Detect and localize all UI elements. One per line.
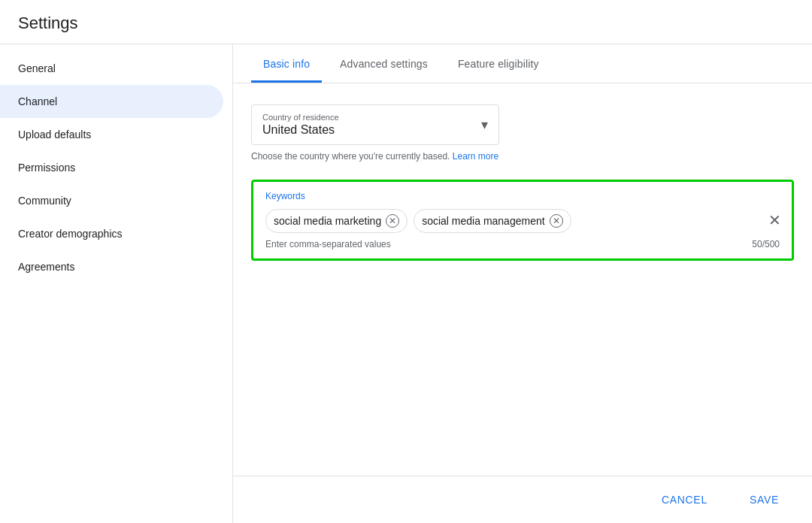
- sidebar-item-channel[interactable]: Channel: [0, 85, 223, 118]
- chip-text: social media management: [422, 215, 544, 227]
- keywords-chips: social media marketing ✕ social media ma…: [265, 209, 780, 233]
- content-body: Country of residence United States ▾ Cho…: [233, 83, 812, 282]
- chip-remove-social-media-marketing[interactable]: ✕: [386, 214, 399, 228]
- tab-feature-eligibility[interactable]: Feature eligibility: [446, 44, 551, 83]
- keywords-section: Keywords social media marketing ✕ social…: [251, 180, 794, 261]
- country-label: Country of residence: [262, 113, 488, 122]
- country-select[interactable]: Country of residence United States ▾: [251, 104, 499, 145]
- sidebar-item-creator-demographics[interactable]: Creator demographics: [0, 217, 223, 250]
- tab-basic-info[interactable]: Basic info: [251, 44, 322, 83]
- action-bar: CANCEL SAVE: [233, 476, 812, 523]
- country-value: United States: [262, 123, 335, 136]
- tab-advanced-settings[interactable]: Advanced settings: [328, 44, 440, 83]
- sidebar-item-agreements[interactable]: Agreements: [0, 250, 223, 283]
- keywords-placeholder: Enter comma-separated values: [265, 239, 391, 249]
- chip-remove-social-media-management[interactable]: ✕: [550, 214, 563, 228]
- content-area: Basic info Advanced settings Feature eli…: [233, 44, 812, 523]
- keywords-clear-icon[interactable]: ✕: [768, 211, 781, 229]
- sidebar: General Channel Upload defaults Permissi…: [0, 44, 233, 523]
- learn-more-link[interactable]: Learn more: [453, 151, 498, 162]
- chip-text: social media marketing: [274, 215, 381, 227]
- page-header: Settings: [0, 0, 812, 44]
- keywords-label: Keywords: [265, 191, 780, 201]
- keywords-char-count: 50/500: [752, 239, 780, 249]
- page-title: Settings: [18, 14, 794, 33]
- save-button[interactable]: SAVE: [735, 487, 794, 512]
- sidebar-item-upload-defaults[interactable]: Upload defaults: [0, 118, 223, 151]
- dropdown-arrow-icon: ▾: [481, 116, 488, 133]
- chip-social-media-management: social media management ✕: [414, 209, 571, 233]
- sidebar-item-permissions[interactable]: Permissions: [0, 151, 223, 184]
- sidebar-item-general[interactable]: General: [0, 52, 223, 85]
- keywords-footer: Enter comma-separated values 50/500: [265, 239, 780, 249]
- main-layout: General Channel Upload defaults Permissi…: [0, 44, 812, 523]
- country-helper-text: Choose the country where you're currentl…: [251, 151, 794, 162]
- sidebar-item-community[interactable]: Community: [0, 184, 223, 217]
- tab-bar: Basic info Advanced settings Feature eli…: [233, 44, 812, 83]
- cancel-button[interactable]: CANCEL: [647, 487, 723, 512]
- chip-social-media-marketing: social media marketing ✕: [265, 209, 408, 233]
